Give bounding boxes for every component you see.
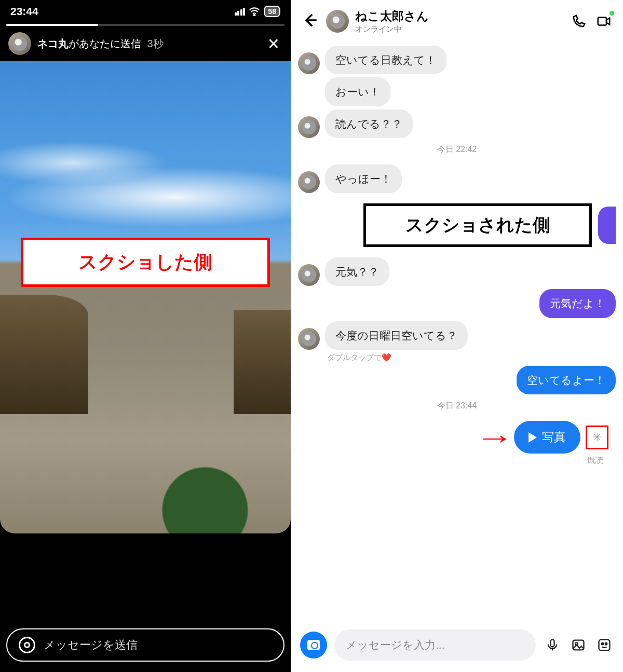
message-bubble[interactable]: やっほー！ [325, 164, 402, 193]
status-bar: 23:44 58 [0, 0, 291, 21]
mic-icon[interactable] [543, 636, 562, 654]
message-row: 空いてる日教えて！ [298, 46, 616, 74]
message-row: 元気だよ！ [298, 289, 616, 318]
cellular-icon [235, 8, 246, 16]
message-row: おーい！ [298, 77, 616, 106]
image-icon[interactable] [569, 636, 588, 654]
message-bubble[interactable]: 空いてる日教えて！ [325, 46, 446, 74]
timestamp: 今日 23:44 [298, 401, 616, 412]
input-placeholder-left: メッセージを送信 [44, 637, 138, 653]
annotation-arrow-icon: → [475, 421, 514, 454]
message-bubble[interactable]: 今度の日曜日空いてる？ [325, 321, 468, 350]
chat-input-bar: メッセージを入力... [291, 623, 623, 672]
story-header: ネコ丸があなたに送信 3秒 × [0, 26, 291, 61]
voice-call-icon[interactable] [570, 12, 588, 30]
camera-button[interactable] [300, 632, 327, 659]
message-row: 空いてるよー！ [298, 366, 616, 394]
message-bubble[interactable]: 元気だよ！ [539, 289, 616, 318]
story-view-panel: 23:44 58 ネコ丸があなたに送信 3秒 × スクショした側 [0, 0, 291, 672]
double-tap-hint: ダブルタップで❤️ [327, 353, 616, 363]
timestamp: 今日 22:42 [298, 144, 616, 155]
story-photo[interactable]: スクショした側 [0, 61, 291, 533]
svg-point-7 [605, 643, 607, 645]
chat-header: ねこ太郎さん オンライン中 [291, 0, 623, 39]
annotation-label-left: スクショした側 [21, 238, 270, 287]
back-icon[interactable] [301, 11, 319, 31]
annotation-label-right: スクショされた側 [363, 203, 592, 247]
svg-rect-1 [598, 18, 606, 25]
screenshot-indicator-icon: ✳ [586, 426, 608, 449]
chat-name: ねこ太郎さん [355, 8, 429, 24]
camera-icon[interactable] [19, 637, 35, 653]
chat-panel: ねこ太郎さん オンライン中 空いてる日教えて！ おーい！ 読ん [291, 0, 623, 672]
photo-row: → 写真 ✳ [298, 421, 616, 454]
message-row: 読んでる？？ [298, 109, 616, 138]
message-row: 今度の日曜日空いてる？ [298, 321, 616, 350]
message-input-bar-left[interactable]: メッセージを送信 [6, 628, 285, 662]
sticker-icon[interactable] [595, 636, 614, 654]
message-bubble[interactable]: 読んでる？？ [325, 109, 413, 138]
chat-status: オンライン中 [355, 24, 429, 34]
sender-avatar[interactable] [8, 32, 31, 55]
message-bubble[interactable]: 元気？？ [325, 257, 389, 286]
battery-icon: 58 [264, 6, 280, 17]
messages-list[interactable]: 空いてる日教えて！ おーい！ 読んでる？？ 今日 22:42 やっほー！ スクシ… [291, 39, 623, 623]
message-row: 元気？？ [298, 257, 616, 286]
photo-message-bubble[interactable]: 写真 [514, 421, 580, 454]
msg-avatar[interactable] [298, 264, 320, 286]
play-icon [529, 432, 537, 443]
message-input[interactable]: メッセージを入力... [334, 629, 536, 661]
svg-rect-3 [573, 640, 584, 650]
chat-avatar[interactable] [326, 10, 349, 33]
video-call-icon[interactable] [595, 12, 613, 30]
wifi-icon [249, 7, 260, 16]
msg-avatar[interactable] [298, 116, 320, 138]
message-bubble[interactable]: おーい！ [325, 77, 390, 106]
svg-point-6 [602, 643, 604, 645]
msg-avatar[interactable] [298, 328, 320, 350]
status-time: 23:44 [10, 5, 38, 18]
message-bubble[interactable]: 空いてるよー！ [517, 366, 616, 394]
msg-avatar[interactable] [298, 52, 320, 74]
svg-rect-2 [551, 640, 554, 647]
read-status: 既読 [298, 454, 616, 469]
message-row: やっほー！ [298, 164, 616, 193]
story-from-label: ネコ丸があなたに送信 3秒 [37, 37, 259, 51]
close-icon[interactable]: × [265, 34, 282, 53]
svg-rect-5 [599, 640, 610, 651]
status-icons: 58 [235, 6, 280, 17]
svg-point-0 [254, 15, 255, 16]
msg-avatar[interactable] [298, 171, 320, 193]
